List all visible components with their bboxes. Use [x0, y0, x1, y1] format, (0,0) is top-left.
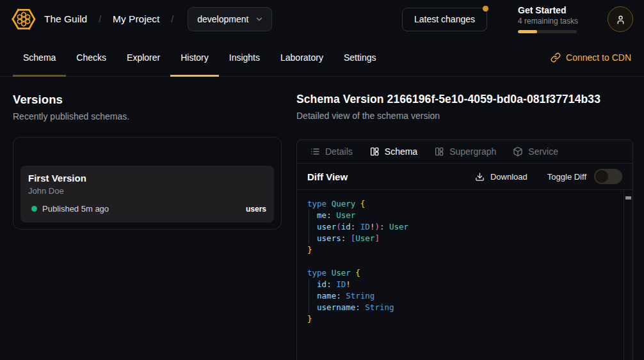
diff-view-title: Diff View [307, 171, 348, 182]
hive-hexagon-icon [11, 6, 36, 32]
code-line: name: String [307, 290, 620, 302]
code-line: users: [User] [307, 233, 620, 244]
top-header: The Guild / My Project / development Lat… [0, 0, 644, 38]
detail-tab-label: Schema [385, 146, 417, 157]
target-selector[interactable]: development [188, 7, 272, 31]
download-icon [475, 172, 485, 182]
breadcrumb-project[interactable]: My Project [113, 13, 159, 25]
schema-version-subtitle: Detailed view of the schema version [296, 111, 633, 121]
code-line: username: String [307, 302, 620, 313]
detail-tab-service[interactable]: Service [513, 146, 558, 157]
detail-tab-label: Details [325, 146, 353, 157]
download-label: Download [490, 172, 527, 182]
breadcrumb-org[interactable]: The Guild [44, 13, 87, 25]
connect-to-cdn-link[interactable]: Connect to CDN [551, 38, 631, 76]
detail-tab-supergraph[interactable]: Supergraph [434, 146, 496, 157]
version-list-item[interactable]: First Version John Doe Published 5m ago … [20, 166, 274, 223]
connect-to-cdn-label: Connect to CDN [566, 52, 631, 63]
detail-tab-schema[interactable]: Schema [369, 146, 417, 157]
versions-title: Versions [13, 93, 282, 107]
nav-tab-laboratory[interactable]: Laboratory [270, 38, 334, 76]
detail-tabs: DetailsSchemaSupergraphService [297, 140, 632, 164]
version-status: Published 5m ago [42, 204, 109, 214]
notification-dot [483, 6, 488, 12]
code-scrollbar-thumb[interactable] [625, 196, 631, 200]
latest-changes-button[interactable]: Latest changes [402, 8, 487, 31]
detail-tab-details[interactable]: Details [310, 146, 353, 157]
code-line: type Query { [307, 198, 620, 210]
nav-tab-checks[interactable]: Checks [66, 38, 117, 76]
breadcrumb-separator: / [171, 14, 173, 24]
breadcrumb: The Guild / My Project / development [44, 7, 272, 31]
download-button[interactable]: Download [475, 172, 527, 182]
nav-tab-history[interactable]: History [170, 38, 219, 76]
toggle-diff-label: Toggle Diff [547, 172, 586, 182]
versions-subtitle: Recently published schemas. [13, 111, 282, 121]
code-line: type User { [307, 267, 620, 279]
get-started-widget[interactable]: Get Started 4 remaining tasks [518, 5, 577, 33]
cube-icon [513, 146, 523, 157]
versions-panel: Versions Recently published schemas. Fir… [13, 77, 282, 360]
nav-tab-schema[interactable]: Schema [13, 38, 66, 76]
toggle-diff-switch[interactable] [594, 169, 622, 184]
detail-tab-label: Service [528, 146, 558, 157]
toggle-knob [595, 170, 608, 183]
list-icon [310, 146, 320, 157]
versions-list-card: First Version John Doe Published 5m ago … [13, 137, 282, 230]
columns-icon [434, 146, 444, 157]
code-line [307, 256, 620, 267]
link-icon [551, 52, 561, 63]
code-line: } [307, 313, 620, 325]
published-status-dot [31, 206, 37, 212]
get-started-progress-fill [518, 30, 537, 33]
columns-icon [369, 146, 380, 157]
schema-version-panel: DetailsSchemaSupergraphService Diff View… [296, 139, 633, 360]
get-started-subtitle: 4 remaining tasks [518, 17, 577, 26]
nav-tab-settings[interactable]: Settings [334, 38, 387, 76]
latest-changes-label: Latest changes [414, 14, 475, 24]
schema-version-title: Schema Version 2166196f-5e10-4059-bd0a-0… [296, 93, 633, 106]
version-name: First Version [28, 173, 266, 184]
diff-toolbar-actions: Download Toggle Diff [475, 169, 622, 184]
service-badge: users [246, 205, 266, 214]
chevron-down-icon [255, 15, 264, 24]
version-author: John Doe [28, 186, 266, 196]
nav-tab-explorer[interactable]: Explorer [117, 38, 170, 76]
code-line: } [307, 244, 620, 256]
hive-logo[interactable] [11, 6, 36, 32]
schema-code-viewer: type Query { me: User user(id: ID!): Use… [297, 190, 632, 360]
code-block: type Query { me: User user(id: ID!): Use… [307, 198, 620, 325]
version-status-row: Published 5m ago users [28, 204, 266, 214]
user-avatar[interactable] [608, 6, 633, 32]
code-line: id: ID! [307, 279, 620, 290]
breadcrumb-separator: / [99, 14, 101, 24]
diff-toolbar: Diff View Download Toggle Diff [297, 164, 632, 190]
schema-version-detail: Schema Version 2166196f-5e10-4059-bd0a-0… [296, 77, 633, 360]
code-line: user(id: ID!): User [307, 221, 620, 233]
app-window: The Guild / My Project / development Lat… [0, 0, 644, 360]
primary-nav: SchemaChecksExplorerHistoryInsightsLabor… [0, 38, 644, 77]
code-scrollbar[interactable] [624, 190, 632, 360]
nav-tab-insights[interactable]: Insights [219, 38, 270, 76]
detail-tab-label: Supergraph [449, 146, 496, 157]
header-actions: Latest changes Get Started 4 remaining t… [402, 5, 633, 33]
target-selector-value: development [197, 14, 248, 24]
code-line: me: User [307, 210, 620, 221]
get-started-title: Get Started [518, 5, 577, 15]
get-started-progress-bar [518, 30, 577, 33]
person-icon [615, 14, 626, 25]
primary-nav-tabs: SchemaChecksExplorerHistoryInsightsLabor… [13, 38, 387, 76]
